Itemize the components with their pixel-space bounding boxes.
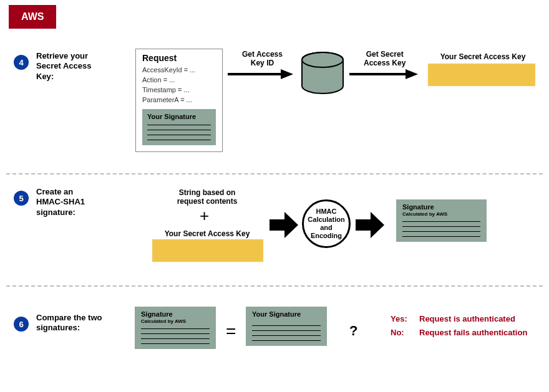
- signature-sub: Calculated by AWS: [402, 211, 480, 217]
- no-text: Request fails authentication: [419, 328, 527, 337]
- your-secret-access-key-label: Your Secret Access Key: [433, 52, 533, 61]
- divider: [6, 173, 543, 174]
- get-secret-access-key-label: Get Secret Access Key: [364, 50, 406, 68]
- request-box: Request AccessKeyId = ... Action = ... T…: [135, 49, 223, 152]
- svg-rect-8: [356, 219, 371, 231]
- no-label: No:: [391, 328, 404, 337]
- request-line: ParameterA = ...: [142, 95, 216, 105]
- request-line: Timestamp = ...: [142, 85, 216, 95]
- step-6-circle: 6: [14, 317, 29, 332]
- secret-access-key-box: [152, 239, 263, 262]
- question-mark: ?: [349, 323, 357, 339]
- step-5-label: Create an HMAC-SHA1 signature:: [36, 187, 85, 218]
- signature-sub: Calculated by AWS: [141, 318, 210, 324]
- signature-calculated-box: Signature Calculated by AWS: [396, 199, 487, 242]
- signature-title: Signature: [141, 310, 210, 318]
- signature-lines: [402, 221, 480, 237]
- signature-lines: [147, 125, 211, 140]
- svg-marker-1: [281, 69, 293, 79]
- your-signature-title: Your Signature: [147, 113, 211, 120]
- step-6-label: Compare the two signatures:: [36, 313, 102, 333]
- hmac-circle: HMAC Calculation and Encoding: [302, 199, 351, 248]
- request-line: AccessKeyId = ...: [142, 65, 216, 75]
- aws-badge: AWS: [9, 5, 56, 29]
- your-secret-access-key-label: Your Secret Access Key: [163, 229, 251, 238]
- request-title: Request: [142, 53, 216, 63]
- plus-icon: +: [200, 206, 209, 226]
- your-signature-box: Your Signature: [246, 307, 327, 346]
- arrow-icon: [228, 68, 293, 80]
- signature-title: Signature: [402, 203, 480, 211]
- step-4-circle: 4: [14, 55, 29, 70]
- svg-marker-9: [371, 212, 384, 238]
- string-based-on-label: String based on request contents: [163, 188, 251, 206]
- svg-marker-7: [284, 212, 298, 238]
- step-5-circle: 5: [14, 191, 29, 206]
- secret-access-key-box: [428, 64, 535, 86]
- your-signature-title: Your Signature: [252, 310, 321, 318]
- arrow-icon: [349, 68, 418, 80]
- equals-icon: =: [226, 322, 236, 342]
- database-icon: [299, 51, 346, 96]
- arrow-icon: [270, 211, 298, 239]
- get-access-key-id-label: Get Access Key ID: [242, 50, 283, 68]
- arrow-icon: [356, 211, 384, 239]
- svg-marker-5: [406, 69, 418, 79]
- your-signature-box: Your Signature: [142, 109, 216, 145]
- request-line: Action = ...: [142, 75, 216, 85]
- step-4-label: Retrieve your Secret Access Key:: [36, 51, 91, 82]
- yes-label: Yes:: [391, 314, 407, 323]
- svg-rect-6: [270, 219, 284, 231]
- divider: [6, 285, 543, 287]
- signature-lines: [252, 325, 321, 341]
- signature-calculated-box: Signature Calculated by AWS: [135, 307, 216, 349]
- signature-lines: [141, 328, 210, 344]
- yes-text: Request is authenticated: [419, 314, 515, 323]
